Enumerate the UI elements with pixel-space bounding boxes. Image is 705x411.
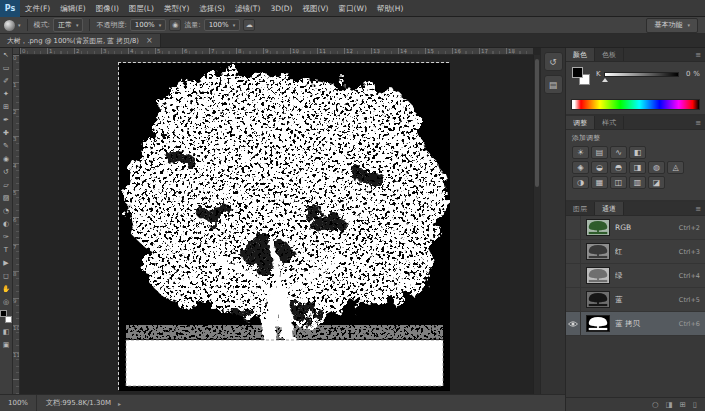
opacity-select[interactable]: 100% ▾ <box>130 19 167 31</box>
vertical-ruler[interactable]: 01234567891011 <box>13 55 20 394</box>
pen-tool[interactable]: ✑ <box>0 230 13 243</box>
eraser-tool[interactable]: ▱ <box>0 178 13 191</box>
panel-menu-icon[interactable]: ≡ <box>691 116 705 129</box>
crop-tool[interactable]: ⊞ <box>0 100 13 113</box>
channel-thumbnail[interactable] <box>586 267 610 284</box>
horizontal-ruler[interactable]: 0123456789101112131415161718 <box>20 48 533 55</box>
airbrush-icon[interactable]: ☁ <box>243 19 255 31</box>
foreground-color-swatch[interactable] <box>572 67 583 78</box>
menu-item[interactable]: 窗口(W) <box>334 0 372 17</box>
properties-panel-icon[interactable]: ▤ <box>544 75 563 94</box>
workspace-switcher[interactable]: 基本功能 ▾ <box>646 18 698 33</box>
delete-channel-icon[interactable]: ▯ <box>693 400 697 409</box>
mode-select[interactable]: 正常 ▾ <box>53 18 84 32</box>
hue-saturation-icon[interactable]: ◒ <box>591 161 608 174</box>
zoom-tool[interactable]: ◎ <box>0 295 13 308</box>
save-selection-as-channel-icon[interactable]: ◨ <box>665 400 672 409</box>
black-white-icon[interactable]: ◨ <box>629 161 646 174</box>
color-swatch-pair[interactable] <box>572 67 590 85</box>
brightness-contrast-icon[interactable]: ☀ <box>572 146 589 159</box>
visibility-toggle[interactable] <box>566 240 581 264</box>
visibility-toggle[interactable] <box>566 288 581 312</box>
panel-tab[interactable]: 通道 <box>595 202 624 215</box>
menu-item[interactable]: 选择(S) <box>194 0 230 17</box>
brush-preset-icon[interactable] <box>4 20 15 31</box>
slider-knob[interactable] <box>602 78 608 82</box>
eyedropper-tool[interactable]: ✒ <box>0 113 13 126</box>
canvas-area[interactable] <box>20 55 533 394</box>
channel-thumbnail[interactable] <box>586 243 610 260</box>
menu-item[interactable]: 文件(F) <box>20 0 55 17</box>
vibrance-icon[interactable]: ◈ <box>572 161 589 174</box>
panel-menu-icon[interactable]: ≡ <box>691 202 705 215</box>
clone-stamp-tool[interactable]: ◉ <box>0 152 13 165</box>
canvas[interactable] <box>118 62 449 390</box>
curves-icon[interactable]: ∿ <box>610 146 627 159</box>
visibility-toggle[interactable] <box>566 312 581 336</box>
gradient-map-icon[interactable]: ▥ <box>629 176 646 189</box>
panel-tab[interactable]: 图层 <box>566 202 595 215</box>
blur-tool[interactable]: ◔ <box>0 204 13 217</box>
channel-row-blue-copy[interactable]: 蓝 拷贝 Ctrl+6 <box>566 312 705 336</box>
panel-tab[interactable]: 颜色 <box>566 48 595 61</box>
panel-tab[interactable]: 色板 <box>595 48 624 61</box>
panel-tab[interactable]: 样式 <box>595 116 624 129</box>
channel-row-blue[interactable]: 蓝 Ctrl+5 <box>566 288 705 312</box>
history-panel-icon[interactable]: ↺ <box>544 52 563 71</box>
quick-mask-button[interactable]: ◧ <box>0 325 13 338</box>
color-swatches[interactable] <box>0 310 12 323</box>
type-tool[interactable]: T <box>0 243 13 256</box>
threshold-icon[interactable]: ◫ <box>610 176 627 189</box>
menu-item[interactable]: 帮助(H) <box>372 0 409 17</box>
pen-pressure-icon[interactable]: ◉ <box>169 19 181 31</box>
marquee-tool[interactable]: ▭ <box>0 61 13 74</box>
healing-brush-tool[interactable]: ✚ <box>0 126 13 139</box>
posterize-icon[interactable]: ▦ <box>591 176 608 189</box>
chevron-down-icon[interactable]: ▾ <box>18 22 21 28</box>
background-color-swatch[interactable] <box>5 316 12 323</box>
close-tab-icon[interactable]: × <box>146 36 153 45</box>
menu-item[interactable]: 图层(L) <box>124 0 159 17</box>
gradient-tool[interactable]: ▨ <box>0 191 13 204</box>
document-tab[interactable]: 大树，.png @ 100%(背景图层, 蓝 拷贝/8) × <box>0 34 161 47</box>
path-selection-tool[interactable]: ▶ <box>0 256 13 269</box>
channel-thumbnail[interactable] <box>586 219 610 236</box>
scrollbar-thumb[interactable] <box>535 59 539 187</box>
dodge-tool[interactable]: ◐ <box>0 217 13 230</box>
menu-item[interactable]: 图像(I) <box>91 0 124 17</box>
color-spectrum-ramp[interactable] <box>571 99 700 110</box>
exposure-icon[interactable]: ◧ <box>629 146 646 159</box>
levels-icon[interactable]: ▤ <box>591 146 608 159</box>
channel-row-rgb[interactable]: RGB Ctrl+2 <box>566 216 705 240</box>
channel-mixer-icon[interactable]: ◬ <box>667 161 684 174</box>
visibility-toggle[interactable] <box>566 216 581 240</box>
photo-filter-icon[interactable]: ◍ <box>648 161 665 174</box>
zoom-level-field[interactable]: 100% <box>0 395 37 411</box>
lasso-tool[interactable]: ✐ <box>0 74 13 87</box>
flow-select[interactable]: 100% ▾ <box>204 19 241 31</box>
selective-color-icon[interactable]: ◪ <box>648 176 665 189</box>
hand-tool[interactable]: ✋ <box>0 282 13 295</box>
channel-thumbnail[interactable] <box>586 291 610 308</box>
foreground-color-swatch[interactable] <box>0 310 7 317</box>
history-brush-tool[interactable]: ↺ <box>0 165 13 178</box>
invert-icon[interactable]: ◑ <box>572 176 589 189</box>
channel-row-red[interactable]: 红 Ctrl+3 <box>566 240 705 264</box>
screen-mode-button[interactable]: ▣ <box>0 338 13 351</box>
move-tool[interactable]: ↖ <box>0 48 13 61</box>
shape-tool[interactable]: ◻ <box>0 269 13 282</box>
k-slider[interactable] <box>604 72 680 77</box>
panel-tab[interactable]: 调整 <box>566 116 595 129</box>
status-popup-arrow-icon[interactable]: ▸ <box>111 400 121 407</box>
visibility-toggle[interactable] <box>566 264 581 288</box>
brush-tool[interactable]: ✎ <box>0 139 13 152</box>
menu-item[interactable]: 滤镜(T) <box>230 0 265 17</box>
vertical-scrollbar[interactable] <box>533 55 540 394</box>
new-channel-icon[interactable]: ⊞ <box>680 400 686 409</box>
channel-row-green[interactable]: 绿 Ctrl+4 <box>566 264 705 288</box>
panel-menu-icon[interactable]: ≡ <box>691 48 705 61</box>
k-slider-value[interactable]: 0 <box>682 70 690 78</box>
menu-item[interactable]: 类型(Y) <box>159 0 194 17</box>
menu-item[interactable]: 3D(D) <box>265 0 297 17</box>
color-balance-icon[interactable]: ◓ <box>610 161 627 174</box>
